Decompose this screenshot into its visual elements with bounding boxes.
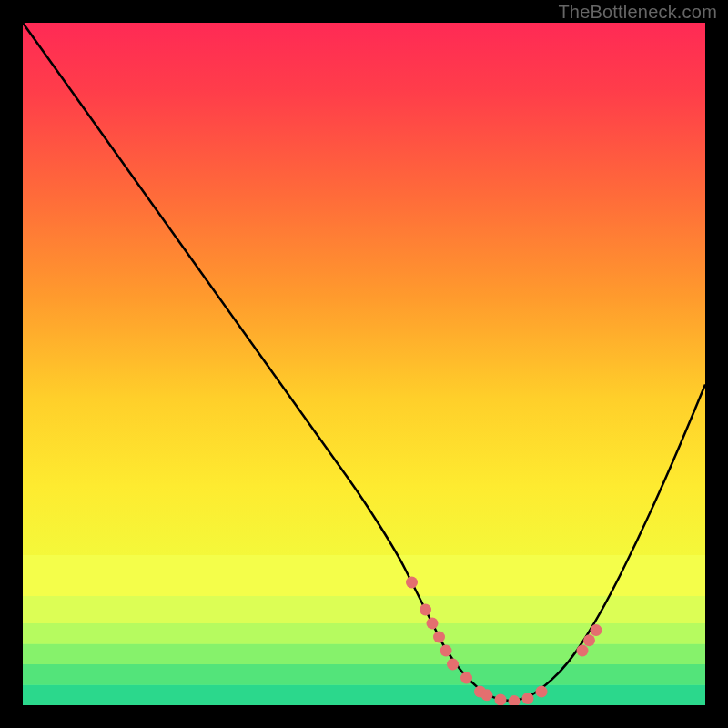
data-marker xyxy=(481,689,493,701)
data-marker xyxy=(447,659,459,671)
data-marker xyxy=(420,604,431,616)
data-marker xyxy=(495,694,507,706)
bottom-bands xyxy=(23,555,705,705)
chart-frame: TheBottleneck.com xyxy=(0,0,728,728)
data-marker xyxy=(406,577,418,589)
watermark-text: TheBottleneck.com xyxy=(558,2,717,23)
plot-area xyxy=(23,23,705,705)
data-marker xyxy=(427,618,439,630)
band xyxy=(23,644,705,665)
band xyxy=(23,685,705,706)
band xyxy=(23,623,705,644)
data-marker xyxy=(577,645,589,657)
chart-svg xyxy=(23,23,705,705)
data-marker xyxy=(591,624,602,636)
data-marker xyxy=(433,632,445,643)
data-marker xyxy=(522,693,534,704)
band xyxy=(23,664,705,685)
band xyxy=(23,555,705,596)
data-marker xyxy=(460,672,472,684)
data-marker xyxy=(440,645,452,657)
data-marker xyxy=(536,686,548,698)
data-marker xyxy=(583,634,595,646)
